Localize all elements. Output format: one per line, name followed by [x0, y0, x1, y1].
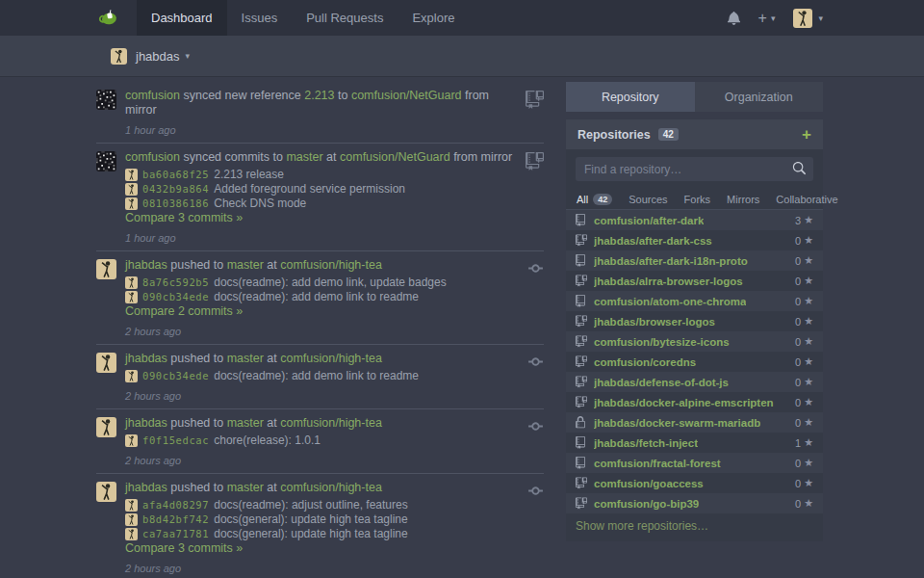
commit-hash-link[interactable]: ba60a68f25: [142, 168, 209, 182]
compare-commits-link[interactable]: Compare 2 commits »: [125, 304, 521, 319]
repository-list-item[interactable]: jhabdas/after-dark-i18n-proto 0 ★: [566, 250, 823, 271]
feed-type-icon: [521, 416, 544, 466]
repository-list-item[interactable]: comfusion/after-dark 3 ★: [566, 210, 823, 230]
show-more-repositories-link[interactable]: Show more repositories…: [566, 513, 823, 541]
feed-actor-avatar[interactable]: [96, 353, 116, 373]
commit-hash-link[interactable]: f0f15edcac: [142, 434, 209, 448]
commit-hash-link[interactable]: b8d42bf742: [142, 512, 209, 527]
actor-link[interactable]: jhabdas: [125, 481, 167, 494]
tab-organization[interactable]: Organization: [695, 82, 824, 112]
repository-name-link[interactable]: comfusion/atom-one-chroma: [594, 296, 746, 307]
repository-name-link[interactable]: comfusion/after-dark: [594, 215, 704, 226]
commit-hash-link[interactable]: 090cb34ede: [142, 290, 209, 304]
repository-name-link[interactable]: jhabdas/alrra-browser-logos: [594, 276, 743, 287]
repository-list-item[interactable]: comfusion/bytesize-icons 0 ★: [566, 331, 823, 352]
repo-link[interactable]: comfusion/high-tea: [280, 258, 382, 272]
star-icon: ★: [804, 497, 813, 510]
commit-hash-link[interactable]: 0810386186: [142, 197, 209, 211]
repository-list-item[interactable]: jhabdas/fetch-inject 1 ★: [566, 433, 823, 453]
feed-title: jhabdas pushed to master at comfusion/hi…: [125, 258, 521, 273]
feed-actor-avatar[interactable]: [96, 90, 116, 110]
repository-list-item[interactable]: jhabdas/after-dark-css 0 ★: [566, 230, 823, 250]
chevron-down-icon[interactable]: ▾: [186, 51, 191, 61]
repository-list-item[interactable]: comfusion/fractal-forest 0 ★: [566, 453, 823, 473]
navbar-item-dashboard[interactable]: Dashboard: [137, 0, 227, 36]
ref-link[interactable]: master: [227, 481, 264, 494]
repository-list-item[interactable]: jhabdas/docker-alpine-emscripten 0 ★: [566, 392, 823, 412]
commit-hash-link[interactable]: 0432b9a864: [142, 182, 209, 197]
repository-list-item[interactable]: comfusion/goaccess 0 ★: [566, 473, 823, 493]
feed-actor-avatar[interactable]: [96, 151, 116, 171]
repository-name-link[interactable]: comfusion/goaccess: [594, 478, 704, 489]
commit-line: 0810386186 Check DNS mode: [125, 197, 521, 211]
repo-link[interactable]: comfusion/high-tea: [280, 416, 382, 430]
repository-list-item[interactable]: comfusion/coredns 0 ★: [566, 352, 823, 372]
notifications-bell-icon[interactable]: [728, 11, 740, 25]
ref-link[interactable]: master: [227, 416, 264, 430]
committer-avatar: [125, 276, 138, 289]
commit-line: afa4d08297 docs(readme): adjust outline,…: [125, 498, 521, 512]
repository-list-item[interactable]: comfusion/go-bip39 0 ★: [566, 493, 823, 513]
filter-tab-mirrors[interactable]: Mirrors: [727, 194, 759, 205]
add-repository-button[interactable]: +: [802, 127, 811, 143]
repo-link[interactable]: comfusion/high-tea: [280, 481, 382, 494]
repository-name-link[interactable]: jhabdas/after-dark-css: [594, 235, 712, 247]
actor-link[interactable]: comfusion: [125, 150, 180, 164]
context-user-name[interactable]: jhabdas: [136, 49, 180, 64]
repo-link[interactable]: comfusion/NetGuard: [351, 89, 462, 102]
repository-list-item[interactable]: comfusion/atom-one-chroma 0 ★: [566, 291, 823, 311]
repository-list-item[interactable]: jhabdas/alrra-browser-logos 0 ★: [566, 271, 823, 291]
commit-hash-link[interactable]: 090cb34ede: [142, 369, 209, 383]
repo-link[interactable]: comfusion/NetGuard: [340, 150, 450, 164]
repository-list-item[interactable]: jhabdas/docker-swarm-mariadb 0 ★: [566, 412, 823, 433]
commit-message: docs(readme): add demo link, update badg…: [214, 276, 446, 290]
feed-actor-avatar[interactable]: [96, 417, 116, 437]
actor-link[interactable]: jhabdas: [125, 416, 167, 430]
repository-search-input[interactable]: [576, 157, 813, 181]
star-icon: ★: [804, 477, 813, 489]
ref-link[interactable]: master: [227, 352, 264, 365]
ref-link[interactable]: master: [227, 258, 264, 272]
compare-commits-link[interactable]: Compare 3 commits »: [125, 541, 521, 556]
ref-link[interactable]: master: [286, 150, 322, 164]
filter-tab-all[interactable]: All 42: [577, 194, 612, 205]
commit-message: Check DNS mode: [214, 197, 306, 211]
commit-hash-link[interactable]: afa4d08297: [142, 498, 209, 512]
feed-actor-avatar[interactable]: [96, 482, 116, 502]
create-new-button[interactable]: + ▾: [758, 12, 776, 25]
repository-name-link[interactable]: jhabdas/browser-logos: [594, 316, 715, 328]
repository-name-link[interactable]: jhabdas/defense-of-dot-js: [594, 377, 729, 388]
actor-link[interactable]: comfusion: [125, 89, 180, 102]
repo-link[interactable]: comfusion/high-tea: [280, 352, 382, 365]
repository-name-link[interactable]: comfusion/coredns: [594, 356, 696, 368]
commit-message: docs(readme): adjust outline, features: [214, 498, 407, 512]
repository-list-item[interactable]: jhabdas/defense-of-dot-js 0 ★: [566, 372, 823, 392]
filter-tab-collaborative[interactable]: Collaborative: [776, 194, 837, 205]
navbar-item-explore[interactable]: Explore: [398, 0, 469, 36]
filter-tab-sources[interactable]: Sources: [629, 194, 667, 205]
repository-name-link[interactable]: comfusion/fractal-forest: [594, 458, 721, 469]
navbar-item-issues[interactable]: Issues: [227, 0, 293, 36]
repositories-title: Repositories: [578, 128, 651, 142]
repository-name-link[interactable]: comfusion/go-bip39: [594, 498, 699, 510]
user-menu-button[interactable]: ▾: [793, 9, 823, 28]
right-sidebar: Repository Organization Repositories 42 …: [566, 82, 823, 578]
commit-message: docs(readme): add demo link to readme: [214, 369, 419, 383]
ref-link[interactable]: 2.213: [304, 89, 334, 102]
navbar-item-pull-requests[interactable]: Pull Requests: [292, 0, 398, 36]
actor-link[interactable]: jhabdas: [125, 352, 167, 365]
tab-repository[interactable]: Repository: [566, 82, 695, 112]
repository-name-link[interactable]: jhabdas/docker-swarm-mariadb: [594, 417, 760, 429]
feed-actor-avatar[interactable]: [96, 259, 116, 279]
repository-name-link[interactable]: jhabdas/after-dark-i18n-proto: [594, 255, 748, 267]
repository-name-link[interactable]: comfusion/bytesize-icons: [594, 336, 730, 348]
compare-commits-link[interactable]: Compare 3 commits »: [125, 211, 521, 225]
filter-tab-forks[interactable]: Forks: [684, 194, 711, 205]
commit-hash-link[interactable]: 8a76c592b5: [142, 276, 209, 290]
gitea-logo-icon[interactable]: [96, 7, 121, 30]
repository-list-item[interactable]: jhabdas/browser-logos 0 ★: [566, 311, 823, 331]
repository-name-link[interactable]: jhabdas/docker-alpine-emscripten: [594, 397, 774, 408]
repository-name-link[interactable]: jhabdas/fetch-inject: [594, 437, 698, 449]
actor-link[interactable]: jhabdas: [125, 258, 167, 272]
commit-hash-link[interactable]: ca7aa71781: [142, 527, 209, 541]
